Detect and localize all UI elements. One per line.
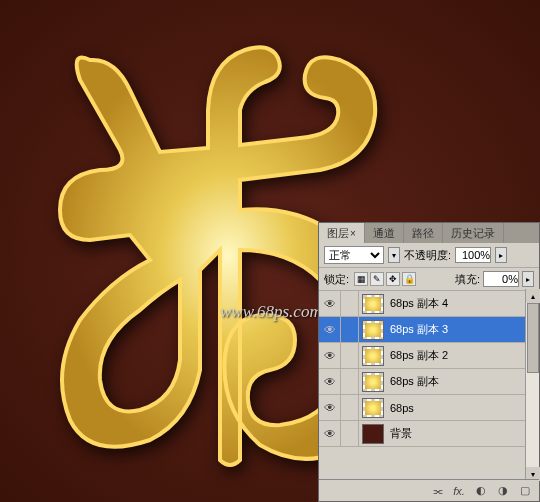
visibility-toggle[interactable]: 👁 bbox=[319, 395, 341, 421]
scroll-thumb[interactable] bbox=[527, 303, 539, 373]
layer-row[interactable]: 👁68ps 副本 3 bbox=[319, 317, 539, 343]
lock-position-icon[interactable]: ✥ bbox=[386, 272, 400, 286]
layer-row[interactable]: 👁背景 bbox=[319, 421, 539, 447]
watermark-text: www.68ps.com bbox=[220, 302, 322, 322]
blend-opacity-row: 正常 ▾ 不透明度: ▸ bbox=[319, 243, 539, 268]
panel-tabs: 图层× 通道 路径 历史记录 bbox=[319, 223, 539, 243]
layer-name-label[interactable]: 68ps 副本 bbox=[390, 374, 439, 389]
layers-panel: 图层× 通道 路径 历史记录 正常 ▾ 不透明度: ▸ 锁定: ▦ ✎ ✥ 🔒 … bbox=[318, 222, 540, 502]
layer-thumbnail[interactable] bbox=[362, 398, 384, 418]
layer-thumbnail[interactable] bbox=[362, 294, 384, 314]
lock-transparent-icon[interactable]: ▦ bbox=[354, 272, 368, 286]
eye-icon: 👁 bbox=[324, 375, 336, 389]
eye-icon: 👁 bbox=[324, 401, 336, 415]
link-col[interactable] bbox=[341, 291, 359, 317]
eye-icon: 👁 bbox=[324, 349, 336, 363]
blend-mode-select[interactable]: 正常 bbox=[324, 246, 384, 264]
layer-name-label[interactable]: 68ps 副本 2 bbox=[390, 348, 448, 363]
tab-history[interactable]: 历史记录 bbox=[443, 223, 504, 243]
fx-icon[interactable]: fx. bbox=[451, 483, 467, 499]
link-icon[interactable]: ⫘ bbox=[429, 483, 445, 499]
layer-thumbnail[interactable] bbox=[362, 346, 384, 366]
layer-thumbnail[interactable] bbox=[362, 372, 384, 392]
layers-list: 👁68ps 副本 4👁68ps 副本 3👁68ps 副本 2👁68ps 副本👁6… bbox=[319, 291, 539, 481]
layer-thumbnail[interactable] bbox=[362, 424, 384, 444]
opacity-input[interactable] bbox=[455, 247, 491, 263]
link-col[interactable] bbox=[341, 343, 359, 369]
layer-thumbnail[interactable] bbox=[362, 320, 384, 340]
layer-name-label[interactable]: 68ps 副本 3 bbox=[390, 322, 448, 337]
panel-footer: ⫘ fx. ◐ ◑ ▢ bbox=[319, 479, 539, 501]
visibility-toggle[interactable]: 👁 bbox=[319, 317, 341, 343]
lock-label: 锁定: bbox=[324, 272, 349, 287]
close-icon[interactable]: × bbox=[350, 228, 356, 239]
chevron-right-icon[interactable]: ▸ bbox=[522, 271, 534, 287]
tab-layers[interactable]: 图层× bbox=[319, 223, 365, 243]
adjustment-icon[interactable]: ◑ bbox=[495, 483, 511, 499]
eye-icon: 👁 bbox=[324, 427, 336, 441]
folder-icon[interactable]: ▢ bbox=[517, 483, 533, 499]
scroll-up-icon[interactable]: ▴ bbox=[526, 289, 540, 303]
link-col[interactable] bbox=[341, 395, 359, 421]
lock-fill-row: 锁定: ▦ ✎ ✥ 🔒 填充: ▸ bbox=[319, 268, 539, 291]
link-col[interactable] bbox=[341, 421, 359, 447]
layer-name-label[interactable]: 68ps 副本 4 bbox=[390, 296, 448, 311]
link-col[interactable] bbox=[341, 317, 359, 343]
layer-row[interactable]: 👁68ps 副本 4 bbox=[319, 291, 539, 317]
tab-paths[interactable]: 路径 bbox=[404, 223, 443, 243]
visibility-toggle[interactable]: 👁 bbox=[319, 421, 341, 447]
visibility-toggle[interactable]: 👁 bbox=[319, 369, 341, 395]
layer-row[interactable]: 👁68ps 副本 bbox=[319, 369, 539, 395]
lock-all-icon[interactable]: 🔒 bbox=[402, 272, 416, 286]
chevron-right-icon[interactable]: ▸ bbox=[495, 247, 507, 263]
visibility-toggle[interactable]: 👁 bbox=[319, 343, 341, 369]
eye-icon: 👁 bbox=[324, 323, 336, 337]
visibility-toggle[interactable]: 👁 bbox=[319, 291, 341, 317]
layer-name-label[interactable]: 背景 bbox=[390, 426, 412, 441]
scrollbar[interactable]: ▴ ▾ bbox=[525, 289, 539, 481]
tab-channels[interactable]: 通道 bbox=[365, 223, 404, 243]
mask-icon[interactable]: ◐ bbox=[473, 483, 489, 499]
link-col[interactable] bbox=[341, 369, 359, 395]
fill-label: 填充: bbox=[455, 272, 480, 287]
lock-pixels-icon[interactable]: ✎ bbox=[370, 272, 384, 286]
layer-row[interactable]: 👁68ps bbox=[319, 395, 539, 421]
layer-name-label[interactable]: 68ps bbox=[390, 402, 414, 414]
opacity-label: 不透明度: bbox=[404, 248, 451, 263]
fill-input[interactable] bbox=[483, 271, 519, 287]
eye-icon: 👁 bbox=[324, 297, 336, 311]
layer-row[interactable]: 👁68ps 副本 2 bbox=[319, 343, 539, 369]
chevron-down-icon[interactable]: ▾ bbox=[388, 247, 400, 263]
